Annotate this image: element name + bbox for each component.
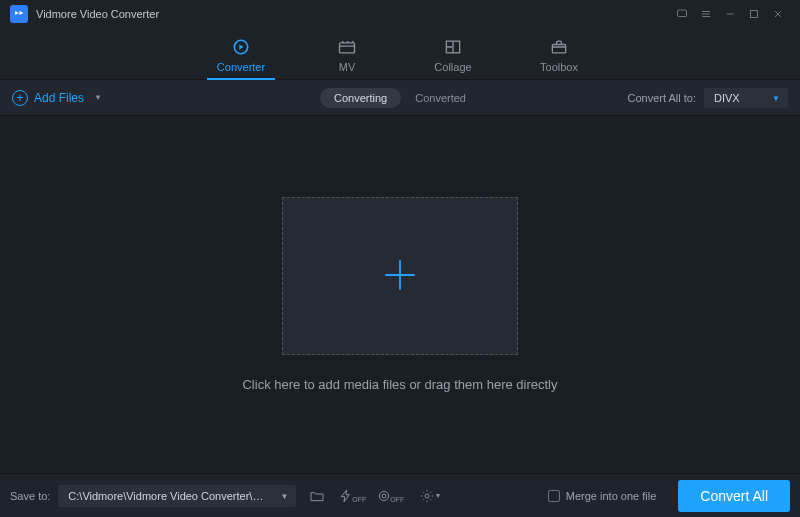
- tab-label: Converter: [217, 61, 265, 73]
- hardware-accel-button[interactable]: OFF: [338, 484, 368, 508]
- subtab-converting[interactable]: Converting: [320, 88, 401, 108]
- add-files-label: Add Files: [34, 91, 84, 105]
- tab-toolbox[interactable]: Toolbox: [529, 37, 589, 79]
- open-folder-button[interactable]: [304, 484, 330, 508]
- status-tabs: Converting Converted: [320, 88, 480, 108]
- tab-collage[interactable]: Collage: [423, 37, 483, 79]
- output-format-select[interactable]: DIVX ▼: [704, 88, 788, 108]
- chevron-down-icon[interactable]: ▼: [94, 93, 102, 102]
- svg-point-7: [382, 494, 386, 498]
- format-selected-value: DIVX: [714, 92, 740, 104]
- main-tabs: Converter MV Collage Toolbox: [0, 28, 800, 80]
- convert-all-to-label: Convert All to:: [628, 92, 696, 104]
- tab-label: MV: [339, 61, 356, 73]
- toolbox-icon: [549, 37, 569, 57]
- minimize-button[interactable]: [718, 2, 742, 26]
- converter-icon: [231, 37, 251, 57]
- maximize-button[interactable]: [742, 2, 766, 26]
- save-to-label: Save to:: [10, 490, 50, 502]
- convert-all-to: Convert All to: DIVX ▼: [628, 88, 788, 108]
- tab-mv[interactable]: MV: [317, 37, 377, 79]
- menu-icon[interactable]: [694, 2, 718, 26]
- app-logo-icon: [10, 5, 28, 23]
- svg-point-6: [380, 491, 389, 500]
- svg-rect-3: [340, 43, 355, 53]
- tab-converter[interactable]: Converter: [211, 37, 271, 79]
- tab-label: Toolbox: [540, 61, 578, 73]
- svg-rect-0: [678, 10, 687, 17]
- collage-icon: [443, 37, 463, 57]
- subtab-converted[interactable]: Converted: [401, 88, 480, 108]
- dropzone-help-text: Click here to add media files or drag th…: [242, 377, 557, 392]
- checkbox-icon: [548, 490, 560, 502]
- sub-toolbar: + Add Files ▼ Converting Converted Conve…: [0, 80, 800, 116]
- merge-checkbox[interactable]: Merge into one file: [548, 490, 657, 502]
- convert-all-button[interactable]: Convert All: [678, 480, 790, 512]
- tab-label: Collage: [434, 61, 471, 73]
- plus-icon: [378, 253, 422, 300]
- close-button[interactable]: [766, 2, 790, 26]
- titlebar: Vidmore Video Converter: [0, 0, 800, 28]
- bottom-bar: Save to: C:\Vidmore\Vidmore Video Conver…: [0, 473, 800, 517]
- app-title: Vidmore Video Converter: [36, 8, 159, 20]
- main-content: Click here to add media files or drag th…: [0, 116, 800, 473]
- add-files-button[interactable]: + Add Files ▼: [12, 90, 102, 106]
- chevron-down-icon: ▼: [280, 491, 288, 500]
- settings-button[interactable]: ▾: [414, 484, 444, 508]
- high-speed-button[interactable]: OFF: [376, 484, 406, 508]
- plus-circle-icon: +: [12, 90, 28, 106]
- svg-rect-5: [552, 45, 565, 53]
- svg-point-8: [425, 494, 429, 498]
- mv-icon: [337, 37, 357, 57]
- svg-rect-1: [751, 11, 758, 18]
- save-path-value: C:\Vidmore\Vidmore Video Converter\Conve…: [68, 490, 296, 502]
- save-path-select[interactable]: C:\Vidmore\Vidmore Video Converter\Conve…: [58, 485, 296, 507]
- dropzone[interactable]: [282, 197, 518, 355]
- feedback-icon[interactable]: [670, 2, 694, 26]
- chevron-down-icon: ▼: [772, 93, 780, 102]
- merge-label: Merge into one file: [566, 490, 657, 502]
